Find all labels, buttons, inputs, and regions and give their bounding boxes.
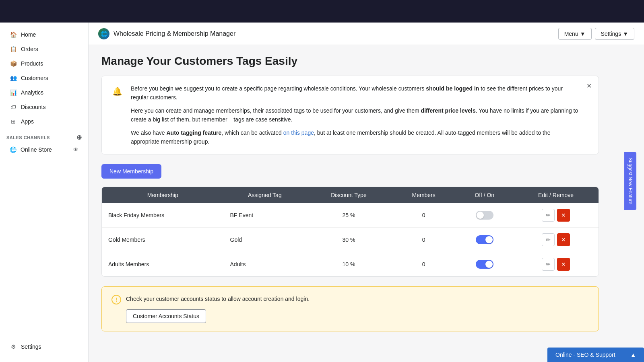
chevron-down-icon-settings: ▼	[623, 31, 628, 37]
sidebar-item-orders[interactable]: 📋 Orders	[3, 42, 85, 56]
info-banner-text: Before you begin we suggest you to creat…	[131, 84, 579, 146]
members-count: 0	[392, 203, 456, 228]
add-sales-channel-icon[interactable]: ⊕	[76, 134, 82, 141]
bottom-bar-chevron: ▲	[630, 352, 636, 358]
col-header-actions: Edit / Remove	[513, 187, 599, 203]
col-header-membership: Membership	[102, 187, 224, 203]
membership-name: Black Friday Members	[102, 203, 224, 228]
bottom-bar-label: Online - SEO & Support	[555, 352, 615, 358]
settings-icon: ⚙	[10, 343, 17, 350]
toggle-thumb-row2	[485, 236, 493, 243]
toggle-row3[interactable]	[476, 260, 493, 269]
app-header: 🌐 Wholesale Pricing & Membership Manager…	[89, 23, 644, 45]
col-header-toggle: Off / On	[456, 187, 513, 203]
edit-button-row3[interactable]: ✏	[542, 258, 555, 271]
settings-button[interactable]: Settings ▼	[595, 28, 634, 40]
table-row: Black Friday Members BF Event 25 % 0	[102, 203, 599, 228]
page-title: Manage Your Customers Tags Easily	[101, 55, 599, 68]
delete-button-row2[interactable]: ✕	[557, 233, 570, 246]
toggle-cell	[456, 252, 513, 277]
main-content: 🌐 Wholesale Pricing & Membership Manager…	[89, 23, 644, 362]
analytics-icon: 📊	[10, 89, 17, 96]
table-row: Adults Members Adults 10 % 0	[102, 252, 599, 277]
sidebar-label-online-store: Online Store	[21, 146, 52, 153]
col-header-discount: Discount Type	[306, 187, 392, 203]
table-row: Gold Members Gold 30 % 0	[102, 228, 599, 252]
sidebar-label-settings: Settings	[21, 343, 41, 350]
assigned-tag: Gold	[224, 228, 306, 252]
toggle-cell	[456, 228, 513, 252]
home-icon: 🏠	[10, 31, 17, 38]
toggle-thumb-row3	[485, 261, 493, 268]
sidebar: 🏠 Home 📋 Orders 📦 Products 👥 Customers 📊…	[0, 23, 89, 362]
bottom-bar[interactable]: Online - SEO & Support ▲	[547, 348, 644, 362]
chevron-down-icon: ▼	[580, 31, 586, 37]
customers-icon: 👥	[10, 74, 17, 82]
membership-table: Membership Assigned Tag Discount Type Me…	[101, 187, 599, 277]
menu-button[interactable]: Menu ▼	[558, 28, 592, 40]
app-logo: 🌐	[98, 28, 109, 39]
sidebar-item-settings[interactable]: ⚙ Settings	[3, 340, 85, 354]
sidebar-item-customers[interactable]: 👥 Customers	[3, 71, 85, 85]
assigned-tag: BF Event	[224, 203, 306, 228]
suggest-feature-tab[interactable]: Suggest New Feature	[624, 152, 636, 210]
top-bar	[0, 0, 644, 23]
actions-cell: ✏ ✕	[513, 252, 599, 277]
toggle-cell	[456, 203, 513, 228]
eye-icon: 👁	[73, 146, 78, 153]
new-membership-button[interactable]: New Membership	[101, 164, 161, 179]
sidebar-item-products[interactable]: 📦 Products	[3, 57, 85, 70]
orders-icon: 📋	[10, 45, 17, 53]
sidebar-label-apps: Apps	[21, 118, 34, 125]
info-banner-icon: 🔔	[110, 84, 124, 99]
actions-cell: ✏ ✕	[513, 203, 599, 228]
sidebar-label-customers: Customers	[21, 75, 48, 81]
members-count: 0	[392, 252, 456, 277]
membership-name: Adults Members	[102, 252, 224, 277]
toggle-row2[interactable]	[476, 235, 493, 244]
info-banner-close-button[interactable]: ✕	[584, 81, 594, 90]
delete-button-row1[interactable]: ✕	[557, 209, 570, 222]
sidebar-item-analytics[interactable]: 📊 Analytics	[3, 86, 85, 99]
membership-name: Gold Members	[102, 228, 224, 252]
delete-button-row3[interactable]: ✕	[557, 258, 570, 271]
discount-type: 25 %	[306, 203, 392, 228]
members-count: 0	[392, 228, 456, 252]
info-banner: 🔔 Before you begin we suggest you to cre…	[101, 76, 599, 154]
col-header-members: Members	[392, 187, 456, 203]
sidebar-label-home: Home	[21, 31, 36, 38]
auto-tagging-link[interactable]: on this page	[283, 130, 314, 136]
discount-type: 30 %	[306, 228, 392, 252]
app-title: Wholesale Pricing & Membership Manager	[114, 30, 235, 37]
products-icon: 📦	[10, 60, 17, 67]
sidebar-item-home[interactable]: 🏠 Home	[3, 28, 85, 41]
assigned-tag: Adults	[224, 252, 306, 277]
edit-button-row2[interactable]: ✏	[542, 233, 555, 246]
actions-cell: ✏ ✕	[513, 228, 599, 252]
sidebar-item-discounts[interactable]: 🏷 Discounts	[3, 100, 85, 114]
discount-type: 10 %	[306, 252, 392, 277]
sidebar-item-online-store[interactable]: 🌐 Online Store 👁	[3, 143, 85, 156]
sidebar-label-products: Products	[21, 60, 43, 67]
sidebar-item-apps[interactable]: ⊞ Apps	[3, 115, 85, 128]
discounts-icon: 🏷	[10, 103, 17, 111]
sales-channels-label: SALES CHANNELS ⊕	[0, 129, 88, 143]
toggle-thumb-row1	[477, 212, 484, 219]
apps-icon: ⊞	[10, 118, 17, 125]
col-header-tag: Assigned Tag	[224, 187, 306, 203]
online-store-icon: 🌐	[10, 146, 17, 153]
warning-text: Check your customer accounts status to a…	[126, 295, 310, 303]
toggle-row1[interactable]	[476, 211, 493, 220]
customer-accounts-status-button[interactable]: Customer Accounts Status	[126, 309, 206, 323]
warning-icon: !	[111, 295, 121, 304]
sidebar-label-orders: Orders	[21, 46, 38, 52]
edit-button-row1[interactable]: ✏	[542, 209, 555, 222]
sidebar-label-analytics: Analytics	[21, 89, 43, 96]
sidebar-label-discounts: Discounts	[21, 104, 45, 110]
warning-banner: ! Check your customer accounts status to…	[101, 286, 599, 331]
